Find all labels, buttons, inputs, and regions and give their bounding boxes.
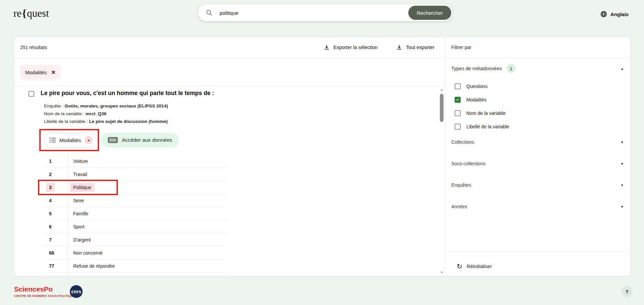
checkbox-questions[interactable]: ✓ xyxy=(455,83,461,89)
scrollbar-thumb[interactable] xyxy=(440,94,444,122)
caret-down-icon: ▼ xyxy=(620,162,624,166)
modality-row: 77Refuse de répondre xyxy=(44,260,227,273)
export-all-button[interactable]: Tout exporter xyxy=(396,44,434,50)
meta-label: Nom de la variable : xyxy=(44,111,86,116)
active-filters-row: Modalités ✕ xyxy=(14,57,446,86)
checkbox-nom-variable[interactable]: ✓ xyxy=(455,110,461,116)
section-label: Types de métadonnées xyxy=(451,66,502,71)
meta-survey: Enquête : Goûts, morales, groupes sociau… xyxy=(44,102,168,110)
reset-icon: ↻ xyxy=(457,263,462,270)
modality-label: Non concerné xyxy=(73,250,102,256)
option-label: Modalités xyxy=(466,97,487,102)
scroll-down-arrow-icon[interactable]: ▼ xyxy=(440,271,444,274)
result-metadata: Enquête : Goûts, morales, groupes sociau… xyxy=(44,102,168,125)
search-button[interactable]: Rechercher xyxy=(408,6,451,20)
download-icon xyxy=(396,44,402,50)
filter-chip-modalites[interactable]: Modalités ✕ xyxy=(20,65,61,79)
results-count: 251 résultats xyxy=(20,45,47,50)
modality-row: 88Ne sait pas xyxy=(44,273,227,276)
section-annees[interactable]: Années ▼ xyxy=(446,201,630,222)
filter-chip-label: Modalités xyxy=(25,70,47,75)
results-toolbar: 251 résultats Exporter la sélection Tout… xyxy=(14,37,446,57)
modality-row: 2Travail xyxy=(44,168,227,181)
modalities-table: 1Voiture 2Travail 3Politique 4Sexe 5Fami… xyxy=(44,155,227,276)
section-label: Sous-collections xyxy=(451,161,486,166)
access-data-label: Accéder aux données xyxy=(122,137,172,143)
main-panel: 251 résultats Exporter la sélection Tout… xyxy=(14,37,631,276)
modality-code: 6 xyxy=(49,224,52,229)
modality-label: Travail xyxy=(73,172,87,177)
section-collections[interactable]: Collections ▼ xyxy=(446,136,630,158)
caret-down-icon: ▼ xyxy=(620,140,624,144)
search-icon xyxy=(206,9,213,16)
sciencespo-logo: SciencesPo CENTRE DE DONNÉES SOCIO-POLIT… xyxy=(14,285,77,298)
filter-option-questions[interactable]: ✓ Questions xyxy=(455,80,630,93)
modality-code: 5 xyxy=(49,211,52,216)
section-label: Enquêtes xyxy=(451,182,471,188)
globe-icon xyxy=(600,11,607,17)
modality-code: 7 xyxy=(49,237,52,243)
sidebar-title: Filtrer par xyxy=(446,37,630,57)
meta-value: mrct_Q36 xyxy=(86,111,106,116)
language-switch[interactable]: Anglais xyxy=(600,11,629,17)
modality-label: Voiture xyxy=(73,159,88,164)
scroll-up-arrow-icon[interactable]: ▲ xyxy=(440,88,444,91)
option-label: Nom de la variable xyxy=(466,111,506,116)
results-scrollbar[interactable]: ▲ ▼ xyxy=(440,88,444,274)
section-sous-collections[interactable]: Sous-collections ▼ xyxy=(446,158,630,179)
language-label: Anglais xyxy=(610,11,629,17)
modality-code: 2 xyxy=(49,172,52,177)
meta-value: Goûts, morales, groupes sociaux (ELIPSS … xyxy=(65,103,168,108)
filter-option-modalites[interactable]: ✓ Modalités xyxy=(455,93,630,106)
export-all-label: Tout exporter xyxy=(406,45,434,50)
caret-up-icon: ▲ xyxy=(620,67,624,71)
modality-row: 1Voiture xyxy=(44,155,227,168)
modality-label: Sexe xyxy=(73,198,84,203)
results-area: 251 résultats Exporter la sélection Tout… xyxy=(14,37,446,276)
export-selection-button[interactable]: Exporter la sélection xyxy=(324,44,377,50)
sciencespo-subtitle: CENTRE DE DONNÉES SOCIO-POLITIQUES xyxy=(14,294,77,298)
modality-row: 66Non concerné xyxy=(44,247,227,260)
meta-value: Le pire sujet de discussion (homme) xyxy=(89,119,168,124)
section-enquetes[interactable]: Enquêtes ▼ xyxy=(446,179,630,201)
checkbox-libelle-variable[interactable]: ✓ xyxy=(455,124,461,130)
results-list: Le pire pour vous, c'est un homme qui pa… xyxy=(14,86,446,276)
doi-badge: DOI xyxy=(108,137,118,143)
app-logo[interactable]: re{quest xyxy=(13,7,49,19)
caret-up-icon: ▲ xyxy=(87,138,90,142)
meta-variable-label: Libellé de la variable : Le pire sujet d… xyxy=(44,118,168,125)
search-input[interactable] xyxy=(220,4,401,21)
access-data-button[interactable]: DOI Accéder aux données xyxy=(101,133,179,147)
modality-code: 77 xyxy=(49,263,54,269)
section-types-de-metadonnees[interactable]: Types de métadonnées 1 ▲ xyxy=(446,62,630,75)
cnrs-logo: cnrs xyxy=(70,285,83,298)
modalities-toggle-button[interactable]: Modalités ▲ xyxy=(44,133,97,147)
logo-brace: { xyxy=(22,7,26,19)
modality-code: 1 xyxy=(49,159,52,164)
modality-code: 3 xyxy=(46,183,55,192)
export-selection-label: Exporter la sélection xyxy=(333,45,377,50)
remove-filter-icon[interactable]: ✕ xyxy=(51,69,55,76)
checkbox-modalites[interactable]: ✓ xyxy=(455,97,461,103)
help-button[interactable]: ? xyxy=(622,286,632,297)
modality-label: Politique xyxy=(70,183,94,192)
sidebar-divider xyxy=(446,251,630,252)
caret-down-icon: ▼ xyxy=(620,205,624,209)
modality-row-highlighted: 3Politique xyxy=(44,181,227,194)
modality-label: Refuse de répondre xyxy=(73,263,115,269)
section-label: Collections xyxy=(451,139,474,145)
collapsed-filter-sections: Collections ▼ Sous-collections ▼ Enquête… xyxy=(446,136,630,222)
filter-option-nom-de-la-variable[interactable]: ✓ Nom de la variable xyxy=(455,106,630,120)
filter-option-libelle-de-la-variable[interactable]: ✓ Libellé de la variable xyxy=(455,120,630,133)
modality-row: 5Famille xyxy=(44,207,227,220)
help-icon: ? xyxy=(625,289,628,295)
search-bar: Rechercher xyxy=(198,4,453,21)
active-count-badge: 1 xyxy=(507,64,515,73)
modality-label: D'argent xyxy=(73,237,91,243)
modality-row: 7D'argent xyxy=(44,233,227,247)
reset-filters-button[interactable]: ↻ Réinitialiser xyxy=(457,260,492,272)
modality-row: 6Sport xyxy=(44,220,227,233)
result-title[interactable]: Le pire pour vous, c'est un homme qui pa… xyxy=(41,90,214,97)
check-icon: ✓ xyxy=(456,98,459,102)
result-checkbox[interactable] xyxy=(29,91,34,97)
